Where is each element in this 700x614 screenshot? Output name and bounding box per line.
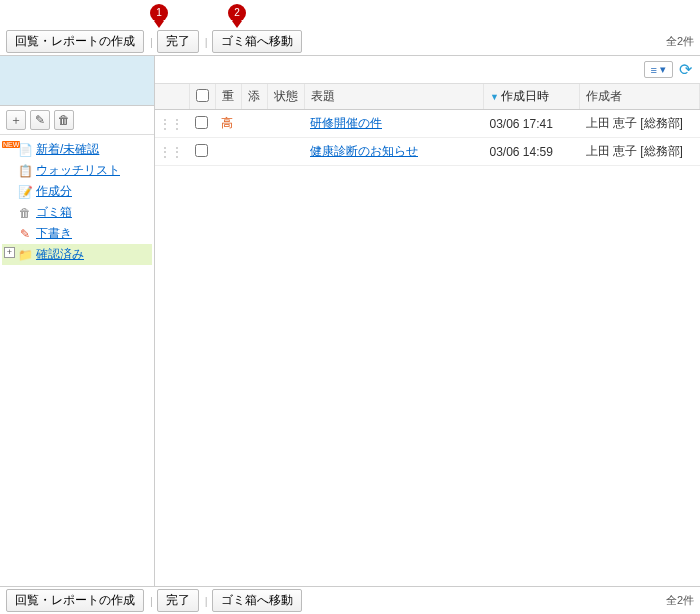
priority-cell: 高 (215, 110, 241, 138)
col-author[interactable]: 作成者 (580, 84, 700, 110)
separator: | (205, 36, 208, 48)
list-icon: ≡ (651, 64, 657, 76)
report-table: 重 添 状態 表題 ▼作成日時 作成者 ⋮⋮ 高 (155, 84, 700, 166)
clipboard-icon: 📋 (18, 164, 32, 178)
top-toolbar: 回覧・レポートの作成 | 完了 | ゴミ箱へ移動 全2件 (0, 28, 700, 56)
annotation-callouts: 1 2 (0, 0, 700, 30)
new-badge-icon: NEW (2, 141, 20, 148)
refresh-button[interactable]: ⟳ (679, 60, 692, 79)
add-folder-button[interactable]: ＋ (6, 110, 26, 130)
report-grid: 重 添 状態 表題 ▼作成日時 作成者 ⋮⋮ 高 (155, 84, 700, 586)
folder-label[interactable]: 確認済み (36, 246, 84, 263)
expand-toggle-icon[interactable]: + (4, 247, 15, 258)
folder-label[interactable]: ウォッチリスト (36, 162, 120, 179)
row-checkbox-cell[interactable] (189, 110, 215, 138)
record-count: 全2件 (666, 34, 694, 49)
separator: | (150, 595, 153, 607)
drag-handle-icon[interactable]: ⋮⋮ (155, 110, 189, 138)
folder-created[interactable]: 📝 作成分 (2, 181, 152, 202)
attachment-cell (241, 138, 267, 166)
callout-2: 2 (228, 4, 246, 22)
create-report-button[interactable]: 回覧・レポートの作成 (6, 30, 144, 53)
bottom-toolbar: 回覧・レポートの作成 | 完了 | ゴミ箱へ移動 全2件 (0, 586, 700, 614)
sidebar-header (0, 56, 154, 106)
row-checkbox-cell[interactable] (189, 138, 215, 166)
sort-indicator-icon: ▼ (490, 92, 499, 102)
row-checkbox[interactable] (195, 116, 208, 129)
trash-icon: 🗑 (18, 206, 32, 220)
col-attachment[interactable]: 添 (241, 84, 267, 110)
pencil-icon: ✎ (18, 227, 32, 241)
content-panel: ≡ ▾ ⟳ 重 添 状態 表題 ▼作成日時 (155, 56, 700, 586)
attachment-cell (241, 110, 267, 138)
subject-cell: 研修開催の件 (304, 110, 484, 138)
done-button-footer[interactable]: 完了 (157, 589, 199, 612)
main-area: ＋ ✎ 🗑 NEW 📄 新着/未確認 📋 ウォッチリスト 📝 作成分 🗑 ゴミ箱 (0, 56, 700, 586)
created-cell: 03/06 14:59 (484, 138, 580, 166)
folder-icon: 📁 (18, 248, 32, 262)
delete-folder-button[interactable]: 🗑 (54, 110, 74, 130)
folder-label[interactable]: 作成分 (36, 183, 72, 200)
col-created-label: 作成日時 (501, 89, 549, 103)
status-cell (267, 138, 304, 166)
subject-cell: 健康診断のお知らせ (304, 138, 484, 166)
folder-drafts[interactable]: ✎ 下書き (2, 223, 152, 244)
col-created[interactable]: ▼作成日時 (484, 84, 580, 110)
created-cell: 03/06 17:41 (484, 110, 580, 138)
subject-link[interactable]: 健康診断のお知らせ (310, 144, 418, 158)
sidebar-toolbar: ＋ ✎ 🗑 (0, 106, 154, 135)
table-row[interactable]: ⋮⋮ 健康診断のお知らせ 03/06 14:59 上田 恵子 [総務部] (155, 138, 700, 166)
document-icon: 📄 (18, 143, 32, 157)
table-header-row: 重 添 状態 表題 ▼作成日時 作成者 (155, 84, 700, 110)
folder-label[interactable]: 新着/未確認 (36, 141, 99, 158)
col-status[interactable]: 状態 (267, 84, 304, 110)
folder-trash[interactable]: 🗑 ゴミ箱 (2, 202, 152, 223)
callout-1: 1 (150, 4, 168, 22)
table-row[interactable]: ⋮⋮ 高 研修開催の件 03/06 17:41 上田 恵子 [総務部] (155, 110, 700, 138)
col-handle (155, 84, 189, 110)
list-toolbar: ≡ ▾ ⟳ (155, 56, 700, 84)
row-checkbox[interactable] (195, 144, 208, 157)
status-cell (267, 110, 304, 138)
col-checkbox[interactable] (189, 84, 215, 110)
folder-label[interactable]: 下書き (36, 225, 72, 242)
folder-tree: NEW 📄 新着/未確認 📋 ウォッチリスト 📝 作成分 🗑 ゴミ箱 ✎ 下書き (0, 135, 154, 269)
col-priority[interactable]: 重 (215, 84, 241, 110)
select-all-checkbox[interactable] (196, 89, 209, 102)
sidebar: ＋ ✎ 🗑 NEW 📄 新着/未確認 📋 ウォッチリスト 📝 作成分 🗑 ゴミ箱 (0, 56, 155, 586)
move-to-trash-button-footer[interactable]: ゴミ箱へ移動 (212, 589, 302, 612)
view-mode-dropdown[interactable]: ≡ ▾ (644, 61, 673, 78)
drag-handle-icon[interactable]: ⋮⋮ (155, 138, 189, 166)
create-report-button-footer[interactable]: 回覧・レポートの作成 (6, 589, 144, 612)
separator: | (150, 36, 153, 48)
edit-folder-button[interactable]: ✎ (30, 110, 50, 130)
separator: | (205, 595, 208, 607)
note-icon: 📝 (18, 185, 32, 199)
folder-confirmed[interactable]: + 📁 確認済み (2, 244, 152, 265)
subject-link[interactable]: 研修開催の件 (310, 116, 382, 130)
done-button[interactable]: 完了 (157, 30, 199, 53)
priority-cell (215, 138, 241, 166)
record-count-footer: 全2件 (666, 593, 694, 608)
folder-watchlist[interactable]: 📋 ウォッチリスト (2, 160, 152, 181)
col-subject[interactable]: 表題 (304, 84, 484, 110)
folder-new-unread[interactable]: NEW 📄 新着/未確認 (2, 139, 152, 160)
move-to-trash-button[interactable]: ゴミ箱へ移動 (212, 30, 302, 53)
author-cell: 上田 恵子 [総務部] (580, 110, 700, 138)
author-cell: 上田 恵子 [総務部] (580, 138, 700, 166)
folder-label[interactable]: ゴミ箱 (36, 204, 72, 221)
chevron-down-icon: ▾ (660, 63, 666, 76)
